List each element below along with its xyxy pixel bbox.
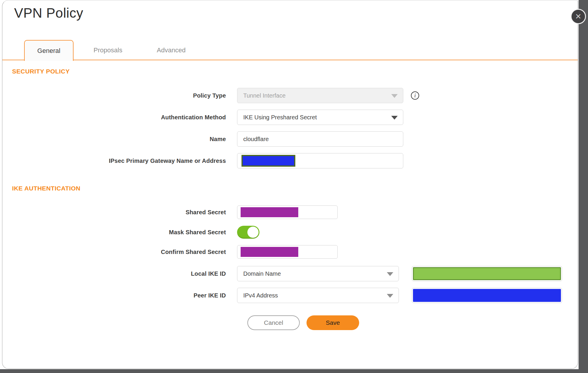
name-value: cloudflare: [243, 136, 269, 143]
section-heading-security-policy: SECURITY POLICY: [12, 68, 578, 75]
name-input[interactable]: cloudflare: [237, 131, 403, 147]
gateway-input[interactable]: [237, 153, 403, 168]
mask-shared-secret-toggle[interactable]: [237, 226, 259, 239]
gateway-label: IPsec Primary Gateway Name or Address: [2, 158, 237, 164]
chevron-down-icon: [387, 294, 393, 298]
local-ike-id-redacted-value: [413, 267, 561, 280]
tab-panel-general: SECURITY POLICY Policy Type Tunnel Inter…: [2, 60, 578, 330]
policy-type-value: Tunnel Interface: [243, 92, 286, 99]
dialog-title: VPN Policy: [14, 5, 83, 21]
peer-ike-id-select[interactable]: IPv4 Address: [237, 288, 399, 303]
policy-type-select: Tunnel Interface: [237, 88, 403, 103]
page-background-strip-right: [579, 0, 588, 373]
confirm-shared-secret-row: Confirm Shared Secret: [2, 245, 578, 259]
shared-secret-label: Shared Secret: [2, 209, 237, 216]
tab-underline: [2, 60, 578, 60]
peer-ike-id-redacted-value: [413, 289, 561, 302]
local-ike-id-input[interactable]: [412, 266, 562, 281]
policy-type-row: Policy Type Tunnel Interface i: [2, 88, 578, 103]
save-button[interactable]: Save: [307, 315, 359, 330]
page-background-strip-bottom: [0, 369, 588, 373]
gateway-row: IPsec Primary Gateway Name or Address: [2, 153, 578, 168]
tab-bar: General Proposals Advanced: [2, 39, 578, 60]
mask-shared-secret-row: Mask Shared Secret: [2, 226, 578, 239]
local-ike-id-type: Domain Name: [243, 270, 281, 277]
vpn-policy-dialog: VPN Policy General Proposals Advanced SE…: [2, 0, 578, 369]
toggle-knob: [247, 227, 259, 238]
dialog-actions: Cancel Save: [247, 315, 578, 330]
confirm-shared-secret-redacted-value: [241, 247, 298, 257]
name-row: Name cloudflare: [2, 131, 578, 147]
shared-secret-row: Shared Secret: [2, 205, 578, 219]
name-label: Name: [2, 136, 237, 143]
local-ike-id-label: Local IKE ID: [2, 270, 237, 277]
confirm-shared-secret-label: Confirm Shared Secret: [2, 249, 237, 255]
tab-general[interactable]: General: [24, 40, 74, 61]
gateway-redacted-value: [241, 155, 295, 167]
policy-type-label: Policy Type: [2, 92, 237, 99]
auth-method-label: Authentication Method: [2, 114, 237, 121]
peer-ike-id-type: IPv4 Address: [243, 292, 278, 299]
section-heading-ike-authentication: IKE AUTHENTICATION: [12, 185, 578, 192]
chevron-down-icon: [391, 116, 398, 120]
tab-advanced[interactable]: Advanced: [146, 40, 196, 60]
confirm-shared-secret-input[interactable]: [237, 245, 338, 259]
auth-method-row: Authentication Method IKE Using Preshare…: [2, 110, 578, 125]
auth-method-select[interactable]: IKE Using Preshared Secret: [237, 110, 403, 125]
peer-ike-id-label: Peer IKE ID: [2, 292, 237, 299]
chevron-down-icon: [391, 94, 398, 98]
peer-ike-id-input[interactable]: [412, 288, 562, 303]
close-button[interactable]: ✕: [571, 9, 586, 24]
shared-secret-redacted-value: [241, 207, 298, 217]
close-icon: ✕: [575, 13, 582, 20]
local-ike-id-row: Local IKE ID Domain Name: [2, 266, 578, 281]
local-ike-id-select[interactable]: Domain Name: [237, 266, 399, 281]
peer-ike-id-row: Peer IKE ID IPv4 Address: [2, 288, 578, 303]
shared-secret-input[interactable]: [237, 205, 338, 219]
chevron-down-icon: [387, 272, 393, 276]
tab-proposals-label: Proposals: [94, 46, 122, 54]
auth-method-value: IKE Using Preshared Secret: [243, 114, 317, 121]
mask-shared-secret-label: Mask Shared Secret: [2, 229, 237, 236]
tab-proposals[interactable]: Proposals: [83, 40, 133, 60]
tab-advanced-label: Advanced: [157, 46, 186, 54]
cancel-button[interactable]: Cancel: [247, 315, 300, 330]
tab-general-label: General: [37, 47, 60, 55]
info-icon[interactable]: i: [411, 91, 419, 100]
